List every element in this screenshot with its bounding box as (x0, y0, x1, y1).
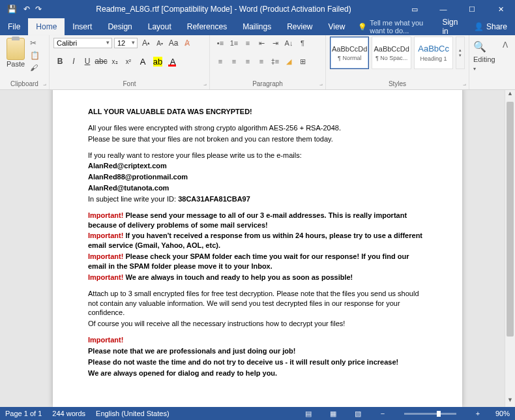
tab-mailings[interactable]: Mailings (235, 18, 279, 35)
tell-me-search[interactable]: 💡 Tell me what you want to do... (353, 18, 434, 35)
shrink-font-button[interactable]: A▾ (153, 37, 166, 50)
italic-button[interactable]: I (67, 55, 80, 68)
tab-layout[interactable]: Layout (140, 18, 179, 35)
clear-format-button[interactable]: A̷ (181, 37, 194, 50)
web-layout-icon[interactable]: ▧ (351, 410, 365, 418)
maximize-button[interactable]: ☐ (458, 5, 486, 14)
doc-text: Of course you will receive all the neces… (88, 319, 427, 329)
find-icon[interactable]: 🔍 (473, 40, 486, 53)
format-painter-icon[interactable]: 🖌 (30, 63, 42, 74)
style-name: ¶ No Spac... (375, 55, 407, 61)
qat-undo-icon[interactable]: ↶ (23, 5, 30, 14)
doc-text: Please do not waste the time and do not … (88, 357, 427, 367)
style-no-spacing[interactable]: AaBbCcDd ¶ No Spac... (372, 37, 411, 69)
doc-text: Important! We are always in touch and re… (88, 273, 427, 282)
minimize-button[interactable]: — (429, 5, 458, 13)
align-right-button[interactable]: ≡ (241, 55, 254, 68)
doc-text: In subject line write your ID: 38CA31AFA… (88, 194, 427, 204)
doc-text: Important! (88, 335, 427, 345)
tab-view[interactable]: View (321, 18, 353, 35)
group-label: Styles (330, 79, 465, 89)
tab-home[interactable]: Home (28, 18, 65, 35)
subscript-button[interactable]: x₂ (108, 55, 121, 68)
superscript-button[interactable]: x² (122, 55, 135, 68)
strike-button[interactable]: abc (95, 55, 108, 68)
style-sample: AaBbCc (418, 44, 449, 53)
style-sample: AaBbCcDd (332, 45, 367, 53)
zoom-level[interactable]: 90% (495, 410, 510, 417)
highlight-button[interactable]: ab (151, 55, 165, 68)
align-left-button[interactable]: ≡ (214, 55, 227, 68)
paste-label: Paste (7, 60, 25, 68)
doc-text: All your files were encrypted with stron… (88, 123, 427, 133)
sign-in-button[interactable]: Sign in (434, 18, 466, 35)
tab-references[interactable]: References (179, 18, 235, 35)
underline-button[interactable]: U (81, 55, 94, 68)
zoom-slider[interactable] (404, 413, 456, 415)
cut-icon[interactable]: ✂ (30, 38, 42, 49)
group-paragraph: •≡ 1≡ ≡ ⇤ ⇥ A↓ ¶ ≡ ≡ ≡ ≡ ‡≡ ◢ ⊞ Paragrap… (210, 35, 326, 89)
style-normal[interactable]: AaBbCcDd ¶ Normal (330, 37, 369, 69)
tab-review[interactable]: Review (279, 18, 320, 35)
change-case-button[interactable]: Aa (167, 37, 180, 50)
scroll-thumb[interactable] (507, 102, 514, 337)
borders-button[interactable]: ⊞ (296, 55, 309, 68)
status-language[interactable]: English (United States) (96, 410, 169, 417)
ribbon-options-icon[interactable]: ▭ (400, 5, 429, 14)
doc-text: If you really want to restore your files… (88, 151, 427, 160)
collapse-ribbon-button[interactable]: ᐱ (498, 38, 512, 52)
tab-design[interactable]: Design (100, 18, 140, 35)
scroll-down-icon[interactable]: ▼ (505, 397, 515, 407)
tab-file[interactable]: File (0, 18, 28, 35)
style-name: ¶ Normal (338, 55, 361, 61)
font-name-select[interactable]: Calibri (53, 38, 112, 48)
doc-email: AlanRed@tutanota.com (88, 183, 427, 193)
qat-redo-icon[interactable]: ↷ (35, 5, 42, 14)
group-label: Font (53, 79, 205, 89)
sort-button[interactable]: A↓ (282, 37, 295, 50)
font-size-select[interactable]: 12 (114, 38, 138, 48)
copy-icon[interactable]: 📋 (30, 51, 42, 61)
scroll-up-icon[interactable]: ▲ (505, 90, 515, 100)
tab-insert[interactable]: Insert (65, 18, 100, 35)
document-page[interactable]: ALL YOUR VALUABLE DATA WAS ENCRYPTED! Al… (53, 90, 462, 407)
group-font: Calibri 12 A▴ A▾ Aa A̷ B I U abc x₂ x² A… (50, 35, 210, 89)
grow-font-button[interactable]: A▴ (140, 37, 153, 50)
read-mode-icon[interactable]: ▤ (301, 410, 316, 418)
doc-text: Please be sure that your files are not b… (88, 134, 427, 144)
window-title: Readme_AL8G.rtf [Compatibility Mode] - W… (47, 5, 400, 14)
tell-me-label: Tell me what you want to do... (370, 19, 429, 35)
bullets-button[interactable]: •≡ (214, 37, 227, 50)
status-bar: Page 1 of 1 244 words English (United St… (0, 407, 515, 420)
status-page[interactable]: Page 1 of 1 (5, 410, 42, 417)
numbering-button[interactable]: 1≡ (228, 37, 241, 50)
status-words[interactable]: 244 words (52, 410, 85, 417)
doc-email: AlanRed@criptext.com (88, 161, 427, 171)
paste-button[interactable]: Paste (4, 37, 27, 68)
share-label: Share (486, 22, 507, 31)
ribbon: Paste ✂ 📋 🖌 Clipboard Calibri 12 A▴ A▾ A… (0, 35, 515, 90)
close-button[interactable]: ✕ (486, 5, 515, 14)
shading-button[interactable]: ◢ (282, 55, 295, 68)
save-icon[interactable]: 💾 (0, 5, 23, 14)
zoom-in-button[interactable]: + (471, 410, 485, 417)
justify-button[interactable]: ≡ (255, 55, 268, 68)
zoom-out-button[interactable]: − (375, 410, 390, 417)
align-center-button[interactable]: ≡ (228, 55, 241, 68)
font-color-button[interactable]: A (166, 55, 180, 68)
text-effects-button[interactable]: A (136, 55, 150, 68)
share-button[interactable]: 👤Share (466, 18, 515, 35)
line-spacing-button[interactable]: ‡≡ (269, 55, 282, 68)
vertical-scrollbar[interactable]: ▲ ▼ (505, 90, 515, 407)
group-label: Paragraph (214, 79, 321, 89)
show-marks-button[interactable]: ¶ (296, 37, 309, 50)
multilevel-button[interactable]: ≡ (241, 37, 254, 50)
inc-indent-button[interactable]: ⇥ (269, 37, 282, 50)
print-layout-icon[interactable]: ▦ (326, 410, 340, 418)
dec-indent-button[interactable]: ⇤ (255, 37, 268, 50)
editing-label[interactable]: Editing (473, 55, 495, 63)
bold-button[interactable]: B (53, 55, 66, 68)
styles-more-button[interactable]: ▴▾ (456, 37, 465, 69)
document-area: ALL YOUR VALUABLE DATA WAS ENCRYPTED! Al… (0, 90, 515, 407)
style-heading1[interactable]: AaBbCc Heading 1 (414, 37, 453, 69)
